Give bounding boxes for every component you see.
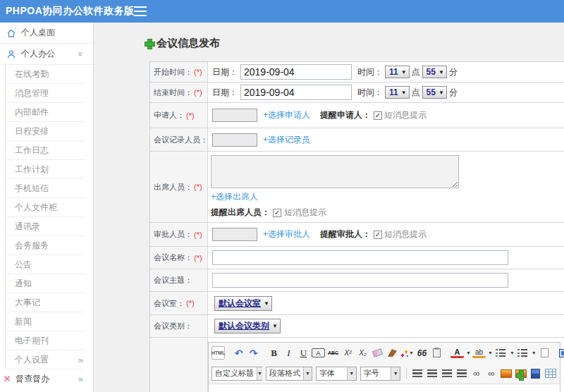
editor-content-area[interactable] [209,384,560,392]
sidebar-item-personal-settings[interactable]: 个人设置 » [6,350,85,369]
paste-as-text-button[interactable] [430,346,443,360]
sidebar-item-memorabilia[interactable]: 大事记 [6,293,85,312]
choose-approver-link[interactable]: +选择审批人 [263,228,310,240]
insert-table-button[interactable] [544,367,557,380]
quick-format-button[interactable]: ▼ [400,346,414,360]
field-label: 申请人： (*) [150,103,208,128]
align-justify-button[interactable] [455,367,468,380]
underline-button[interactable]: U [297,346,310,360]
attendees-textarea[interactable] [211,155,459,188]
insert-image-button[interactable] [499,367,513,380]
eraser-button[interactable] [371,346,384,360]
label-text: 会议记录人员： [154,135,208,145]
recorder-input[interactable] [212,133,257,147]
sidebar-item-work-plan[interactable]: 工作计划 [6,160,85,179]
dropdown-arrow-icon: ▼ [347,367,356,380]
approver-input[interactable] [212,228,257,241]
superscript-button[interactable]: X² [341,346,355,360]
approver-sms-checkbox[interactable] [374,231,382,239]
minute-value: 55 [427,87,436,97]
sidebar-item-attendance[interactable]: 在线考勤 [6,65,85,84]
sidebar-item-news[interactable]: 新闻 [6,312,85,331]
heading-select-value: 自定义标题 [212,368,257,379]
label-text: 结束时间： [154,87,192,98]
new-page-button[interactable] [538,346,551,360]
align-center-button[interactable] [425,367,439,380]
undo-icon[interactable]: ↶ [232,346,245,360]
required-mark: (*) [186,299,195,307]
align-right-button[interactable] [440,367,453,380]
start-hour-select[interactable]: 11 ▼ [385,66,410,78]
attendees-sms-checkbox[interactable] [273,209,281,217]
end-date-input[interactable] [240,85,352,100]
bold-button[interactable]: B [267,346,281,360]
sidebar-item-desktop[interactable]: 个人桌面 [0,23,93,44]
dropdown-arrow-icon: ▼ [466,350,471,355]
sidebar-item-announcement[interactable]: 公告 [6,255,85,274]
field-value [208,269,564,291]
heading-select[interactable]: 自定义标题 ▼ [212,367,262,381]
time-label: 时间： [357,66,383,78]
choose-recorder-link[interactable]: +选择记录员 [263,134,310,146]
sidebar-item-notice[interactable]: 通知 [6,274,85,293]
sidebar-item-contacts[interactable]: 通讯录 [6,217,85,236]
time-label: 时间： [357,87,383,99]
chevron-right-icon: » [78,350,83,369]
redo-icon[interactable]: ↷ [247,346,260,360]
html-source-button[interactable]: HTML [212,346,225,360]
unordered-list-button[interactable] [516,346,529,360]
meeting-category-select[interactable]: 默认会议类别 ▼ [214,319,281,333]
end-hour-select[interactable]: 11 ▼ [385,86,410,99]
fullscreen-button[interactable] [558,346,564,360]
upload-image-button[interactable] [514,367,527,380]
sidebar-item-sms[interactable]: 手机短信 [6,179,85,198]
ordered-list-button[interactable] [494,346,508,360]
applicant-input[interactable] [212,109,257,122]
insert-link-button[interactable]: ∞ [470,367,483,380]
sidebar-item-label: 个人办公 [21,48,55,60]
subscript-button[interactable]: X₂ [356,346,369,360]
applicant-sms-checkbox[interactable] [374,111,382,120]
sidebar-item-internal-mail[interactable]: 内部邮件 [6,103,85,122]
meeting-subject-input[interactable] [212,273,508,288]
start-minute-select[interactable]: 55 ▼ [422,66,447,78]
label-text: 开始时间： [154,67,192,78]
paragraph-format-select[interactable]: 段落格式 ▼ [266,367,312,381]
sidebar-item-e-journal[interactable]: 电子期刊 [6,331,85,350]
font-color-button[interactable]: A [450,348,464,358]
strikethrough-button[interactable]: ABC [326,346,340,360]
sidebar-item-office[interactable]: 个人办公 » [0,44,93,65]
hamburger-menu-icon[interactable] [134,6,147,16]
chevron-down-icon: » [75,51,86,56]
start-date-input[interactable] [240,64,352,80]
remove-link-button[interactable]: ∞ [484,367,498,380]
sidebar-item-supervision[interactable]: 督查督办 » [0,369,93,388]
sidebar-item-file-cabinet[interactable]: 个人文件柜 [6,198,85,217]
choose-applicant-link[interactable]: +选择申请人 [263,109,310,121]
sidebar-item-messages[interactable]: 消息管理 [6,84,85,103]
end-minute-select[interactable]: 55 ▼ [422,86,447,99]
clipboard-icon [433,348,441,357]
meeting-room-select[interactable]: 默认会议室 ▼ [214,296,272,311]
font-size-select[interactable]: 字号 ▼ [360,367,401,381]
format-brush-button[interactable] [386,346,399,360]
required-mark: (*) [194,88,202,97]
sidebar-item-schedule[interactable]: 日程安排 [6,122,85,141]
italic-button[interactable]: I [282,346,295,360]
font-family-select[interactable]: 字体 ▼ [316,367,357,381]
form-row-end-time: 结束时间： (*) 日期： 时间： 11 ▼ 点 55 ▼ 分 [150,82,564,103]
sidebar-item-meeting-service[interactable]: 会务服务 [6,236,85,255]
choose-attendees-link[interactable]: +选择出席人 [211,192,258,202]
sidebar-item-work-log[interactable]: 工作日志 [6,141,85,160]
meeting-name-input[interactable] [212,250,508,265]
image-upload-icon [515,369,527,378]
insert-media-button[interactable] [529,367,542,380]
dropdown-arrow-icon: ▼ [303,367,312,380]
sms-label: 短消息提示 [384,228,427,240]
blockquote-button[interactable]: 66 [415,346,429,360]
text-style-button[interactable]: A [312,348,325,357]
field-value: +选择申请人 提醒申请人： 短消息提示 [208,103,564,128]
align-left-button[interactable] [410,367,424,380]
dropdown-arrow-icon: ▼ [272,323,278,329]
highlight-color-button[interactable]: ab [472,348,486,358]
